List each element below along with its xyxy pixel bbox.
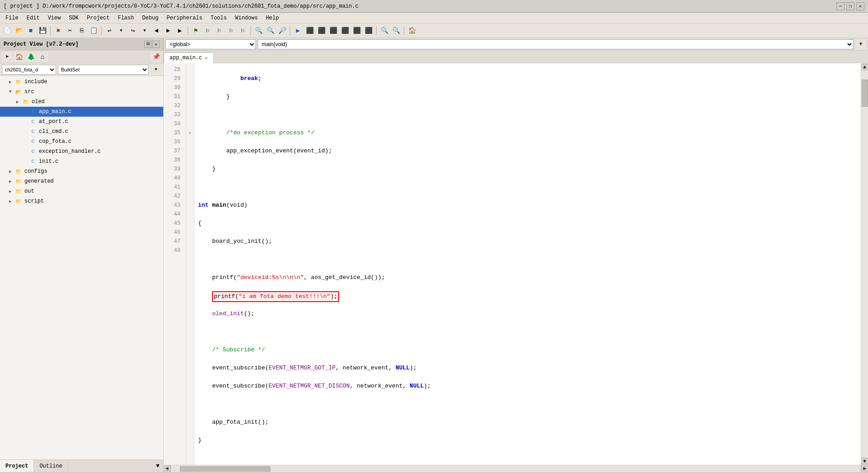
toolbar-open-btn[interactable]: 📂 <box>14 25 24 36</box>
horizontal-scrollbar[interactable]: ◄ ► <box>164 465 868 472</box>
toolbar-undo-arrow[interactable]: ▼ <box>116 25 127 36</box>
toolbar-debug7-btn[interactable]: ⬛ <box>363 25 374 36</box>
folder-icon: 📁 <box>14 78 23 85</box>
toolbar-redo-btn[interactable]: ↪ <box>127 25 138 36</box>
toolbar-debug1-btn[interactable]: ▶ <box>292 25 303 36</box>
project-view-controls: ⧉ ✕ <box>144 41 160 48</box>
close-button[interactable]: ✕ <box>856 2 864 10</box>
maximize-button[interactable]: ❐ <box>846 2 854 10</box>
function-dropdown[interactable]: main(void) <box>258 39 854 49</box>
toolbar-bookmark-btn[interactable]: ⚑ <box>190 25 201 36</box>
toolbar-save-btn[interactable]: 💾 <box>37 25 48 36</box>
editor-area: app_main.c ✕ 28 29 30 31 32 33 34 35 36 … <box>164 51 868 472</box>
tree-item-src[interactable]: ▼ 📂 src <box>0 87 163 97</box>
menu-flash[interactable]: Flash <box>114 14 137 22</box>
menu-debug[interactable]: Debug <box>138 14 162 22</box>
toolbar-zoom-out-btn[interactable]: 🔍 <box>391 25 401 36</box>
global-dropdown[interactable]: <global> <box>165 39 256 49</box>
toolbar-redo-arrow[interactable]: ▼ <box>139 25 150 36</box>
tab-close-btn[interactable]: ✕ <box>205 55 208 61</box>
toolbar-next-btn[interactable]: ► <box>163 25 174 36</box>
toolbar-new-btn[interactable]: 📄 <box>2 25 13 36</box>
menu-peripherals[interactable]: Peripherals <box>163 14 206 22</box>
toolbar-undo-btn[interactable]: ↩ <box>104 25 115 36</box>
scroll-up-btn[interactable]: ▲ <box>861 63 868 71</box>
tree-item-oled[interactable]: ▶ 📁 oled <box>0 97 163 107</box>
menu-help[interactable]: Help <box>262 14 283 22</box>
toolbar-search-btn[interactable]: 🔍 <box>253 25 264 36</box>
tree-item-include[interactable]: ▶ 📁 include <box>0 77 163 87</box>
tree-item-exception-handler[interactable]: C exception_handler.c <box>0 147 163 156</box>
sidebar-tree-btn[interactable]: 🌲 <box>25 52 36 62</box>
tree-item-configs[interactable]: ▶ 📁 configs <box>0 166 163 176</box>
menu-windows[interactable]: Windows <box>231 14 261 22</box>
menu-view[interactable]: View <box>44 14 65 22</box>
expand-icon: ▶ <box>9 169 14 174</box>
toolbar-home-btn[interactable]: 🏠 <box>406 25 417 36</box>
tab-project[interactable]: Project <box>0 460 34 472</box>
sidebar-tab-arrow[interactable]: ▼ <box>152 460 163 472</box>
toolbar-search3-btn[interactable]: 🔎 <box>277 25 288 36</box>
buildset-arrow[interactable]: ▼ <box>151 64 161 75</box>
line-num-40: 40 <box>164 174 183 183</box>
line-num-29: 29 <box>164 74 183 83</box>
sidebar-pin-btn[interactable]: 📌 <box>151 52 161 62</box>
menu-file[interactable]: File <box>2 14 22 22</box>
toolbar-debug3-btn[interactable]: ⬛ <box>316 25 327 36</box>
menu-tools[interactable]: Tools <box>207 14 231 22</box>
toolbar-debug5-btn[interactable]: ⬛ <box>340 25 350 36</box>
scroll-down-btn[interactable]: ▼ <box>861 458 868 465</box>
tree-item-out[interactable]: ▶ 📁 out <box>0 186 163 196</box>
tree-label: at_port.c <box>39 118 68 125</box>
scroll-left-btn[interactable]: ◄ <box>164 465 171 473</box>
toolbar-debug4-btn[interactable]: ⬛ <box>328 25 339 36</box>
sidebar-home-btn[interactable]: 🏠 <box>14 52 24 62</box>
h-scroll-thumb[interactable] <box>180 466 270 472</box>
buildset-dropdown[interactable]: BuildSet <box>58 65 149 75</box>
toolbar-search2-btn[interactable]: 🔍 <box>265 25 276 36</box>
toolbar-debug6-btn[interactable]: ⬛ <box>351 25 362 36</box>
toolbar-delete-btn[interactable]: ✖ <box>53 25 64 36</box>
scroll-thumb[interactable] <box>862 80 868 107</box>
sidebar-house-btn[interactable]: ⌂ <box>37 52 48 62</box>
editor-right-expand[interactable]: ▼ <box>855 39 866 50</box>
minimize-button[interactable]: — <box>836 2 844 10</box>
file-tree: ▶ 📁 include ▼ 📂 src ▶ 📁 oled C app_main.… <box>0 76 163 459</box>
editor-tab-app-main[interactable]: app_main.c ✕ <box>164 52 214 63</box>
scroll-right-btn[interactable]: ► <box>861 465 868 473</box>
tree-item-cop-fota[interactable]: C cop_fota.c <box>0 137 163 147</box>
toolbar-prev-btn[interactable]: ◄ <box>151 25 162 36</box>
code-content[interactable]: break; } /*do exception process */ app_e… <box>194 63 861 465</box>
tree-item-script[interactable]: ▶ 📁 script <box>0 196 163 206</box>
toolbar-zoom-in-btn[interactable]: 🔍 <box>379 25 390 36</box>
menu-edit[interactable]: Edit <box>23 14 43 22</box>
line-num-43: 43 <box>164 201 183 210</box>
tree-item-app-main[interactable]: C app_main.c <box>0 107 163 117</box>
tree-item-generated[interactable]: ▶ 📁 generated <box>0 176 163 186</box>
toolbar-blue-btn[interactable]: ■ <box>25 25 36 36</box>
toolbar-paste-btn[interactable]: 📋 <box>88 25 99 36</box>
toolbar-cut-btn[interactable]: ✂ <box>65 25 75 36</box>
tree-item-at-port[interactable]: C at_port.c <box>0 117 163 127</box>
code-line-45: event_subscribe(EVENT_NETMGR_NET_DISCON,… <box>198 382 857 391</box>
pv-close-btn[interactable]: ✕ <box>152 41 160 48</box>
menu-project[interactable]: Project <box>83 14 113 22</box>
project-dropdown[interactable]: ch2601_fota_d <box>2 65 56 75</box>
toolbar-bm2-btn[interactable]: ⚐ <box>202 25 213 36</box>
folder-icon: 📁 <box>14 188 23 195</box>
toolbar-debug2-btn[interactable]: ⬛ <box>304 25 315 36</box>
tab-outline[interactable]: Outline <box>34 460 68 472</box>
editor-scrollbar[interactable]: ▲ ▼ <box>861 63 868 465</box>
pv-restore-btn[interactable]: ⧉ <box>144 41 151 48</box>
toolbar-copy-btn[interactable]: ⎘ <box>76 25 87 36</box>
expand-icon: ▶ <box>9 189 14 194</box>
toolbar-bm3-btn[interactable]: ⚐ <box>214 25 225 36</box>
code-line-43: /* Subscribe */ <box>198 345 857 355</box>
tree-item-init[interactable]: C init.c <box>0 156 163 166</box>
toolbar-bm5-btn[interactable]: ⚐ <box>237 25 248 36</box>
tree-item-cli-cmd[interactable]: C cli_cmd.c <box>0 127 163 137</box>
toolbar-nav-btn[interactable]: ▶ <box>175 25 185 36</box>
sidebar-nav-btn[interactable]: ➤ <box>2 52 13 62</box>
toolbar-bm4-btn[interactable]: ⚐ <box>226 25 236 36</box>
menu-sdk[interactable]: SDK <box>65 14 82 22</box>
